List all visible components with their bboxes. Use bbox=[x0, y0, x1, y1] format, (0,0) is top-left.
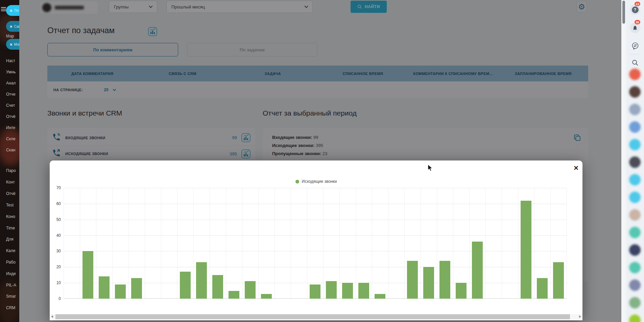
gridline bbox=[437, 188, 437, 299]
bar bbox=[521, 201, 531, 299]
close-icon[interactable]: × bbox=[10, 42, 13, 47]
browser-tab-title[interactable]: Конт bbox=[6, 180, 15, 184]
browser-tab-title[interactable]: Для bbox=[6, 237, 14, 242]
y-axis-tick-label: 60 bbox=[49, 201, 61, 206]
y-axis-tick-label: 10 bbox=[49, 280, 61, 285]
gridline bbox=[485, 188, 486, 299]
browser-tab-sidebar: ×Thi×Сайт×Мой МарНастУмньАналОтчеСчетОтч… bbox=[0, 0, 19, 322]
close-icon[interactable]: × bbox=[574, 164, 578, 172]
browser-tab-title[interactable]: Умнь bbox=[6, 70, 16, 74]
chat-button[interactable] bbox=[630, 41, 640, 51]
browser-tab-title[interactable]: Инте bbox=[6, 125, 15, 130]
contact-avatar[interactable] bbox=[629, 262, 641, 273]
gridline bbox=[226, 188, 226, 299]
contact-avatar[interactable] bbox=[629, 156, 641, 168]
browser-tab-title[interactable]: Отчё bbox=[6, 191, 16, 196]
contact-avatar[interactable] bbox=[629, 139, 641, 150]
browser-tab-title[interactable]: Скан bbox=[6, 148, 15, 152]
pinned-tab[interactable]: ×Сайт bbox=[6, 21, 19, 32]
bar bbox=[245, 281, 256, 299]
contact-avatar[interactable] bbox=[629, 86, 641, 98]
gridline bbox=[128, 188, 129, 299]
scroll-left-arrow[interactable] bbox=[51, 315, 53, 318]
browser-tab-title[interactable]: Time bbox=[6, 226, 15, 230]
contact-avatar[interactable] bbox=[629, 209, 641, 221]
chart-legend: Исходящие звонки bbox=[50, 179, 582, 184]
gridline bbox=[80, 188, 80, 299]
y-axis-tick-label: 20 bbox=[49, 265, 61, 269]
scroll-right-arrow[interactable] bbox=[579, 315, 581, 318]
browser-tab-title[interactable]: Мар bbox=[6, 34, 14, 39]
gridline bbox=[388, 188, 388, 299]
contact-avatar[interactable] bbox=[629, 121, 641, 133]
contact-avatar[interactable] bbox=[629, 279, 641, 291]
gridline bbox=[323, 188, 324, 299]
gridline bbox=[145, 188, 145, 299]
bar bbox=[439, 261, 450, 299]
pinned-tab-title: Сайт bbox=[14, 25, 19, 28]
pinned-tab[interactable]: ×Мой bbox=[6, 39, 19, 50]
scrollbar-thumb[interactable] bbox=[622, 1, 625, 24]
contact-avatar[interactable] bbox=[629, 192, 641, 203]
close-icon[interactable]: × bbox=[10, 8, 13, 13]
search-button[interactable] bbox=[630, 57, 640, 68]
gridline bbox=[275, 188, 275, 299]
scrollbar-thumb[interactable] bbox=[55, 314, 570, 319]
calls-chart-modal: × Исходящие звонки 70605040302010001.080… bbox=[50, 160, 582, 320]
gridline bbox=[567, 188, 567, 299]
browser-tab-title[interactable]: Анал bbox=[6, 81, 16, 85]
gridline bbox=[534, 188, 534, 299]
contact-avatar[interactable] bbox=[629, 297, 641, 308]
bar bbox=[537, 278, 548, 299]
contact-avatar[interactable] bbox=[629, 174, 641, 185]
gridline bbox=[550, 188, 551, 299]
pinned-tab[interactable]: ×Thi bbox=[6, 5, 19, 16]
question-icon: ? bbox=[632, 6, 639, 13]
browser-tab-title[interactable]: CRM bbox=[6, 305, 15, 310]
bar bbox=[180, 272, 191, 299]
bar bbox=[407, 261, 418, 299]
bell-icon bbox=[632, 25, 638, 31]
gridline bbox=[421, 188, 421, 299]
browser-tab-title[interactable]: Отче bbox=[6, 92, 16, 97]
pinned-tab-title: Thi bbox=[14, 9, 19, 13]
y-axis-tick-label: 40 bbox=[49, 233, 61, 238]
browser-tab-title[interactable]: Test bbox=[6, 203, 14, 207]
browser-tab-title[interactable]: Паро bbox=[6, 168, 16, 173]
gridline bbox=[453, 188, 453, 299]
gridline bbox=[258, 188, 259, 299]
gridline bbox=[161, 188, 161, 299]
sidebar-blur-photo bbox=[0, 128, 19, 166]
page-scrollbar[interactable] bbox=[621, 0, 626, 322]
bar bbox=[342, 283, 353, 299]
browser-tab-title[interactable]: Инде bbox=[6, 271, 16, 276]
browser-tab-title[interactable]: Скле bbox=[6, 137, 16, 141]
browser-tab-title[interactable]: Отчё bbox=[6, 114, 16, 119]
y-axis-tick-label: 70 bbox=[49, 185, 61, 190]
browser-tab-title[interactable]: Наст bbox=[6, 58, 15, 63]
bar bbox=[115, 284, 126, 299]
contact-avatar[interactable] bbox=[629, 227, 641, 238]
notifications-badge: 35 bbox=[635, 20, 640, 24]
browser-tab-title[interactable]: Рабо bbox=[6, 260, 16, 265]
browser-tab-title[interactable]: PIL-A bbox=[6, 283, 16, 288]
gridline bbox=[64, 220, 567, 220]
bar bbox=[310, 284, 320, 299]
y-axis-tick-label: 30 bbox=[49, 249, 61, 253]
browser-tab-title[interactable]: Счет bbox=[6, 103, 15, 108]
help-badge: 13 bbox=[635, 2, 640, 6]
gridline bbox=[242, 188, 242, 299]
gridline bbox=[112, 188, 113, 299]
bar-chart: 70605040302010001.0802.0803.0804.0805.08… bbox=[64, 188, 567, 299]
close-icon[interactable]: × bbox=[10, 24, 13, 29]
contact-avatar[interactable] bbox=[629, 104, 641, 115]
contact-avatar[interactable] bbox=[629, 69, 641, 80]
browser-tab-title[interactable]: Smar bbox=[6, 294, 16, 299]
menu-icon[interactable] bbox=[1, 7, 6, 11]
browser-tab-title[interactable]: Коно bbox=[6, 214, 15, 219]
gridline bbox=[64, 188, 567, 188]
browser-tab-title[interactable]: Кале bbox=[6, 248, 15, 253]
gridline bbox=[372, 188, 372, 299]
contact-avatar[interactable] bbox=[629, 244, 641, 256]
contact-avatar[interactable] bbox=[629, 315, 641, 322]
